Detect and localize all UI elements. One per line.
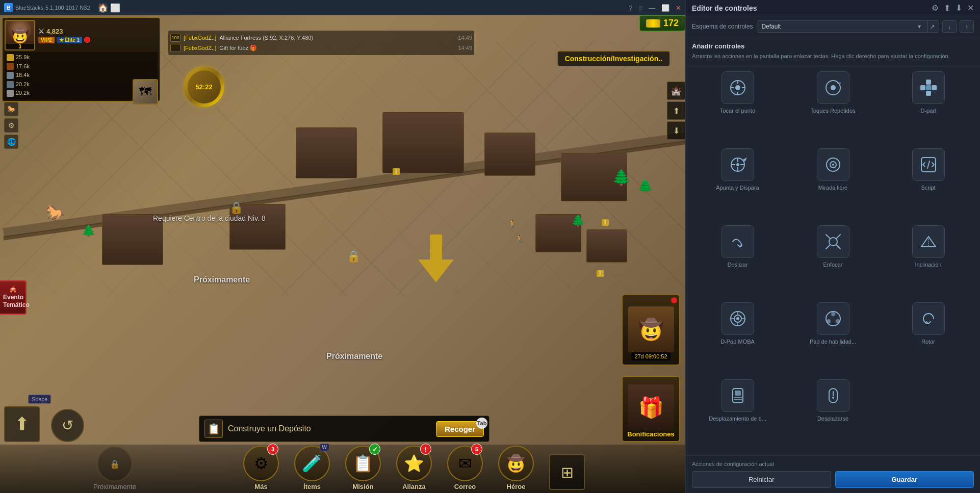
nav-item-mision[interactable]: 📋 ✓ Misión bbox=[338, 445, 389, 490]
player-top: 🤠 3 ⚔ 4,823 VIP2 ★ Élite 1 bbox=[5, 20, 158, 50]
ctrl-icon-touch bbox=[721, 71, 754, 104]
building-badge-3: 1 bbox=[597, 270, 604, 277]
nav-item-grid[interactable]: ⊞ bbox=[541, 454, 592, 490]
up-arrow-button[interactable]: ⬆ bbox=[4, 406, 40, 442]
minimize-icon[interactable]: — bbox=[649, 4, 655, 12]
ctrl-item-repeat[interactable]: ∞ Toques Repetidos bbox=[787, 71, 879, 142]
ctrl-icon-aim bbox=[721, 148, 754, 181]
gold-display: 172 bbox=[639, 15, 685, 31]
editor-settings-icon[interactable]: ⚙ bbox=[932, 3, 939, 13]
help-icon[interactable]: ? bbox=[629, 4, 632, 12]
building-badge-2: 1 bbox=[602, 219, 609, 226]
tab-key-label: Tab bbox=[477, 420, 487, 426]
sidebar-icon-1[interactable]: 🐎 bbox=[4, 102, 18, 116]
ctrl-item-dpad[interactable]: D-pad bbox=[883, 71, 974, 142]
nav-icon-correo-wrap: ✉ 5 bbox=[447, 445, 483, 482]
elite-badge: ★ Élite 1 bbox=[57, 37, 82, 43]
svg-line-26 bbox=[826, 235, 830, 239]
chat-icon-2 bbox=[170, 44, 180, 52]
ctrl-item-focus[interactable]: Enfocar bbox=[787, 225, 879, 296]
power-row: ⚔ 4,823 bbox=[38, 28, 158, 35]
nav-item-heroe[interactable]: 🤠 Héroe bbox=[491, 445, 541, 490]
ctrl-icon-rotate bbox=[912, 302, 945, 335]
home-icon[interactable]: 🏠 bbox=[98, 3, 108, 12]
square-icon[interactable]: ⬜ bbox=[111, 3, 120, 12]
ctrl-icon-tilt bbox=[912, 225, 945, 258]
ctrl-icon-skillpad bbox=[817, 302, 849, 335]
editor-export-icon[interactable]: ⬆ bbox=[944, 3, 950, 13]
menu-icon[interactable]: ≡ bbox=[638, 4, 642, 12]
ctrl-item-script[interactable]: Script bbox=[883, 148, 974, 219]
add-controls-desc: Arrastra las acciones en la pantalla par… bbox=[692, 52, 974, 61]
ctrl-item-freelook[interactable]: Mirada libre bbox=[787, 148, 879, 219]
evento-label: Evento Temático bbox=[3, 294, 22, 309]
right-btn-2[interactable]: ⬆ bbox=[667, 101, 685, 120]
notification-dot bbox=[84, 37, 90, 43]
editor-bottom: Acciones de configuración actual Reinici… bbox=[686, 455, 980, 493]
svg-point-39 bbox=[831, 312, 835, 316]
ctrl-label-scrollbar: Desplazamiento de b... bbox=[709, 415, 766, 422]
map-icon[interactable]: 🗺 bbox=[133, 79, 158, 105]
chat-text-1: Alliance Fortress (S:92, X:276, Y:480) bbox=[219, 35, 313, 41]
silver-icon bbox=[7, 90, 14, 97]
nav-icon-grid: ⊞ bbox=[549, 454, 585, 490]
ctrl-icon-swipe bbox=[721, 225, 754, 258]
editor-title: Editor de controles bbox=[692, 4, 757, 12]
nav-icon-alianza-wrap: ⭐ ! bbox=[396, 445, 432, 482]
bs-icon: B bbox=[4, 3, 13, 12]
scheme-download-button[interactable]: ↓ bbox=[942, 20, 957, 33]
guardar-button[interactable]: Guardar bbox=[835, 471, 974, 488]
ctrl-item-scroll[interactable]: Desplazarse bbox=[787, 379, 879, 450]
ctrl-item-tilt[interactable]: Inclinación bbox=[883, 225, 974, 296]
nav-item-mas[interactable]: ⚙ 3 Más bbox=[236, 445, 287, 490]
reiniciar-button[interactable]: Reiniciar bbox=[692, 471, 831, 488]
quest-bar: 📋 Construye un Depósito Recoger Tab bbox=[199, 416, 489, 442]
right-btn-3[interactable]: ⬇ bbox=[667, 121, 685, 140]
ctrl-item-scrollbar[interactable]: Desplazamiento de b... bbox=[692, 379, 783, 450]
nav-item-alianza[interactable]: ⭐ ! Alianza bbox=[389, 445, 440, 490]
sidebar-icon-2[interactable]: ⚙ bbox=[4, 118, 18, 133]
stone-icon bbox=[7, 72, 14, 79]
wood-value: 17.6k bbox=[16, 62, 30, 71]
ctrl-label-freelook: Mirada libre bbox=[818, 184, 847, 191]
nav-item-correo[interactable]: ✉ 5 Correo bbox=[440, 445, 491, 490]
player-avatar[interactable]: 🤠 3 bbox=[5, 20, 35, 50]
svg-point-7 bbox=[831, 85, 836, 90]
ctrl-label-script: Script bbox=[921, 184, 935, 191]
bottom-nav: ⬆ ↺ 🔒 Próximamente ⚙ 3 Más bbox=[0, 445, 685, 493]
scheme-dropdown[interactable]: Default bbox=[757, 20, 928, 33]
right-btn-1[interactable]: 🏰 bbox=[667, 82, 685, 100]
quest-collect-button[interactable]: Recoger Tab bbox=[436, 421, 484, 437]
nav-item-locked-1[interactable]: 🔒 Próximamente bbox=[87, 446, 143, 490]
ctrl-item-dpadmoba[interactable]: D-Pad MOBA bbox=[692, 302, 783, 373]
nav-item-items[interactable]: 🧪 W Ítems bbox=[287, 445, 338, 490]
editor-close-icon[interactable]: ✕ bbox=[967, 3, 974, 13]
nav-label-mision: Misión bbox=[352, 483, 373, 490]
ctrl-item-rotate[interactable]: Rotar bbox=[883, 302, 974, 373]
close-icon[interactable]: ✕ bbox=[676, 4, 681, 12]
ctrl-icon-scroll bbox=[817, 379, 849, 412]
food-icon bbox=[7, 54, 14, 61]
ctrl-item-touch[interactable]: Tocar el punto bbox=[692, 71, 783, 142]
ctrl-item-aim[interactable]: Apunta y Dispara bbox=[692, 148, 783, 219]
refresh-button[interactable]: ↺ bbox=[51, 409, 84, 442]
maximize-icon[interactable]: ⬜ bbox=[661, 4, 669, 12]
sword-icon: ⚔ bbox=[38, 28, 44, 35]
nav-icon-grid-wrap: ⊞ bbox=[549, 454, 585, 490]
resource-stone: 18.4k bbox=[7, 71, 156, 80]
editor-import-icon[interactable]: ⬇ bbox=[956, 3, 962, 13]
sidebar-icon-3[interactable]: 🌐 bbox=[4, 135, 18, 149]
bonif-card[interactable]: 🎁 Bonificaciones bbox=[622, 376, 680, 442]
evento-button[interactable]: 🎪 Evento Temático bbox=[0, 280, 27, 315]
ctrl-item-swipe[interactable]: Deslizar bbox=[692, 225, 783, 296]
svg-point-1 bbox=[735, 85, 740, 90]
ctrl-item-skillpad[interactable]: Pad de habilidad... bbox=[787, 302, 879, 373]
nav-icon-mas-wrap: ⚙ 3 bbox=[243, 445, 279, 482]
controls-grid: Tocar el punto ∞ Toques Repetidos bbox=[686, 66, 980, 456]
construction-banner: Construcción/Investigación.. bbox=[557, 51, 670, 66]
building-1 bbox=[296, 127, 357, 178]
svg-point-41 bbox=[827, 319, 831, 323]
tab-key-badge: Tab bbox=[476, 418, 487, 429]
add-controls-section: Añadir controles Arrastra las acciones e… bbox=[686, 37, 980, 66]
scheme-upload-button[interactable]: ↑ bbox=[960, 20, 974, 33]
